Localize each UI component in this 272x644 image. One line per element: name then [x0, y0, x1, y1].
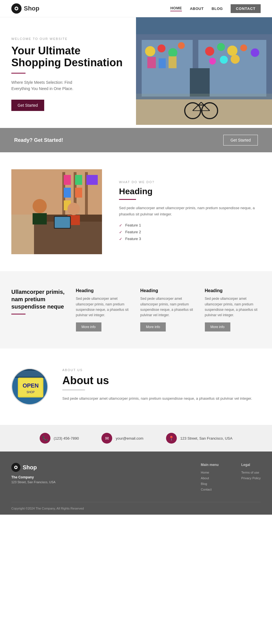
card-1-button[interactable]: More info	[76, 322, 101, 331]
card-2-desc: Sed pede ullamcorper amet ullamcorper pr…	[140, 296, 196, 318]
contact-info-bar: 📞 (123) 456-7890 ✉ your@email.com 📍 123 …	[0, 425, 272, 452]
hero-text: WELCOME TO OUR WEBSITE Your Ultimate Sho…	[0, 17, 136, 128]
features-description: Sed pede ullamcorper amet ullamcorper pr…	[119, 205, 261, 217]
features-title: Heading	[119, 187, 261, 196]
cards-intro-divider	[11, 314, 26, 314]
svg-text:OPEN: OPEN	[23, 382, 39, 389]
svg-rect-55	[14, 371, 48, 377]
svg-point-15	[217, 43, 225, 51]
footer-top: Shop The Company 123 Street, San Francis…	[11, 463, 261, 502]
svg-rect-39	[75, 188, 82, 198]
svg-rect-22	[136, 99, 272, 125]
about-section: OPEN SHOP ABOUT US About us Sed pede ull…	[0, 348, 272, 425]
about-title: About us	[62, 375, 261, 387]
footer-logo-icon	[11, 463, 20, 472]
features-subtitle: WHAT DO WE DO?	[119, 180, 261, 184]
svg-rect-44	[33, 213, 47, 224]
features-list: ✓ Feature 1 ✓ Feature 2 ✓ Feature 3	[119, 223, 261, 241]
hero-image	[136, 17, 272, 128]
about-subtitle: ABOUT US	[62, 368, 261, 372]
feature-item-2: ✓ Feature 2	[119, 230, 261, 234]
svg-point-45	[67, 203, 80, 215]
svg-rect-40	[86, 175, 98, 185]
footer-link-about[interactable]: About	[201, 476, 219, 480]
svg-rect-12	[159, 58, 166, 68]
navbar: Shop HOME ABOUT BLOG CONTACT	[0, 0, 272, 17]
card-3: Heading Sed pede ullamcorper amet ullamc…	[205, 288, 261, 331]
nav-contact-button[interactable]: CONTACT	[231, 4, 261, 13]
contact-email-item: ✉ your@email.com	[101, 433, 143, 444]
svg-rect-13	[169, 56, 177, 68]
svg-rect-36	[64, 188, 71, 198]
footer: Shop The Company 123 Street, San Francis…	[0, 452, 272, 515]
hero-store-image	[136, 17, 272, 125]
nav-link-home[interactable]: HOME	[170, 6, 182, 11]
hero-description: Where Style Meets Selection: Find Everyt…	[11, 79, 85, 92]
nav-link-blog[interactable]: BLOG	[212, 7, 223, 11]
cta-banner-button[interactable]: Get Started	[223, 135, 258, 146]
footer-link-contact[interactable]: Contact	[201, 488, 219, 491]
svg-rect-11	[147, 57, 156, 68]
svg-point-14	[205, 47, 214, 56]
cards-intro: Ullamcorper primis, nam pretium suspendi…	[11, 288, 67, 331]
footer-link-terms[interactable]: Terms of use	[241, 471, 261, 474]
footer-legal-menu: Legal Terms of use Privacy Policy	[241, 463, 261, 493]
footer-brand: Shop The Company 123 Street, San Francis…	[11, 463, 178, 493]
svg-point-1	[16, 8, 18, 10]
svg-point-57	[15, 467, 17, 468]
svg-point-9	[168, 48, 177, 57]
phone-icon: 📞	[40, 433, 50, 444]
features-image	[11, 169, 102, 254]
card-1-desc: Sed pede ullamcorper amet ullamcorper pr…	[76, 296, 132, 318]
check-icon-1: ✓	[119, 223, 122, 228]
card-3-desc: Sed pede ullamcorper amet ullamcorper pr…	[205, 296, 261, 318]
logo[interactable]: Shop	[11, 3, 39, 14]
about-image: OPEN SHOP	[11, 368, 48, 405]
svg-rect-38	[75, 175, 82, 185]
svg-point-7	[145, 46, 155, 56]
contact-email: your@email.com	[116, 436, 143, 440]
svg-point-20	[220, 56, 228, 64]
footer-company-name: The Company	[11, 475, 178, 479]
logo-svg	[14, 6, 19, 11]
check-icon-3: ✓	[119, 237, 122, 241]
footer-logo-text: Shop	[23, 464, 37, 471]
feature-label-1: Feature 1	[125, 223, 141, 227]
footer-legal-menu-title: Legal	[241, 463, 261, 467]
logo-icon	[11, 3, 22, 14]
hero-cta-button[interactable]: Get Started	[11, 100, 44, 111]
svg-point-17	[240, 44, 247, 51]
cards-intro-title: Ullamcorper primis, nam pretium suspendi…	[11, 288, 67, 310]
contact-phone-item: 📞 (123) 456-7890	[40, 433, 79, 444]
logo-text: Shop	[24, 5, 39, 12]
contact-phone: (123) 456-7890	[54, 436, 79, 440]
location-icon: 📍	[166, 433, 177, 444]
footer-link-blog[interactable]: Blog	[201, 482, 219, 485]
svg-point-19	[209, 58, 216, 65]
hero-section: WELCOME TO OUR WEBSITE Your Ultimate Sho…	[0, 17, 272, 128]
check-icon-2: ✓	[119, 230, 122, 234]
footer-link-privacy[interactable]: Privacy Policy	[241, 476, 261, 480]
about-divider	[62, 390, 85, 390]
cta-banner: Ready? Get Started! Get Started	[0, 128, 272, 152]
card-2-button[interactable]: More info	[140, 322, 166, 331]
nav-link-about[interactable]: ABOUT	[190, 7, 204, 11]
svg-point-21	[231, 55, 240, 64]
svg-rect-6	[190, 68, 210, 97]
svg-point-16	[227, 46, 237, 56]
svg-point-18	[251, 48, 259, 57]
footer-copyright: Copyright ©2024 The Company, All Rights …	[11, 502, 261, 515]
features-section: WHAT DO WE DO? Heading Sed pede ullamcor…	[0, 152, 272, 271]
email-icon: ✉	[101, 433, 112, 444]
footer-link-home[interactable]: Home	[201, 471, 219, 474]
feature-item-1: ✓ Feature 1	[119, 223, 261, 228]
feature-item-3: ✓ Feature 3	[119, 237, 261, 241]
footer-logo-svg	[13, 465, 18, 470]
card-1: Heading Sed pede ullamcorper amet ullamc…	[76, 288, 132, 331]
card-3-button[interactable]: More info	[205, 322, 230, 331]
contact-address-item: 📍 123 Street, San Francisco, USA	[166, 433, 232, 444]
card-3-title: Heading	[205, 288, 261, 293]
svg-point-8	[158, 44, 165, 52]
hero-title: Your Ultimate Shopping Destination	[11, 45, 125, 69]
cta-banner-text: Ready? Get Started!	[14, 137, 63, 143]
